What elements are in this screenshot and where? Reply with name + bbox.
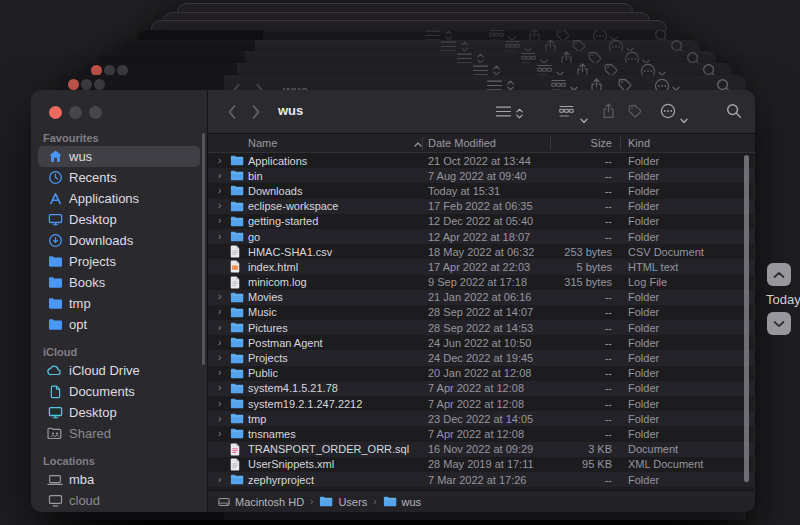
more-chevron-icon[interactable] <box>680 110 688 128</box>
folder-icon <box>230 170 248 181</box>
search-icon[interactable] <box>726 103 742 123</box>
column-size[interactable]: Size <box>548 137 612 149</box>
sidebar-scrollbar[interactable] <box>202 133 205 365</box>
column-kind[interactable]: Kind <box>628 137 755 149</box>
file-row-getting-started[interactable]: ›getting-started12 Dec 2022 at 05:40--Fo… <box>208 214 755 229</box>
file-size: 315 bytes <box>548 276 612 288</box>
sidebar-item-documents[interactable]: Documents <box>38 381 200 402</box>
file-row-go[interactable]: ›go12 Apr 2022 at 18:07--Folder <box>208 229 755 244</box>
disclosure-chevron-icon[interactable]: › <box>216 368 230 378</box>
more-actions-icon[interactable] <box>660 103 676 123</box>
file-row-transport-order-orr-sql[interactable]: TRANSPORT_ORDER_ORR.sql16 Nov 2022 at 09… <box>208 442 755 457</box>
file-row-music[interactable]: ›Music28 Sep 2022 at 14:07--Folder <box>208 305 755 320</box>
disclosure-chevron-icon[interactable]: › <box>216 429 230 439</box>
file-row-zephyrproject[interactable]: ›zephyrproject7 Mar 2022 at 17:26--Folde… <box>208 472 755 487</box>
file-date-modified: 9 Sep 2022 at 17:18 <box>428 276 548 288</box>
finder-window: FavouriteswusRecentsApplicationsDesktopD… <box>31 90 755 512</box>
file-row-minicom-log[interactable]: minicom.log9 Sep 2022 at 17:18315 bytesL… <box>208 275 755 290</box>
file-row-system19-2-1-247-2212[interactable]: ›system19.2.1.247.22127 Apr 2022 at 12:0… <box>208 396 755 411</box>
sidebar-item-tmp[interactable]: tmp <box>38 293 200 314</box>
path-item-macintosh-hd[interactable]: Macintosh HD <box>218 496 304 508</box>
file-row-pictures[interactable]: ›Pictures28 Sep 2022 at 14:53--Folder <box>208 320 755 335</box>
column-divider[interactable] <box>422 137 423 150</box>
sidebar-item-books[interactable]: Books <box>38 272 200 293</box>
disclosure-chevron-icon[interactable]: › <box>216 383 230 393</box>
file-name: system19.2.1.247.2212 <box>248 398 428 410</box>
sidebar-item-cloud[interactable]: cloud <box>38 490 200 511</box>
sidebar-item-shared[interactable]: Shared <box>38 423 200 444</box>
file-row-index-html[interactable]: index.html17 Apr 2022 at 22:035 bytesHTM… <box>208 259 755 274</box>
sidebar-item-wus[interactable]: wus <box>38 146 200 167</box>
file-row-tmp[interactable]: ›tmp23 Dec 2022 at 14:05--Folder <box>208 411 755 426</box>
tag-icon[interactable] <box>628 104 642 122</box>
download-icon <box>43 233 67 248</box>
list-scrollbar[interactable] <box>744 155 749 482</box>
disclosure-chevron-icon[interactable]: › <box>216 232 230 242</box>
disclosure-chevron-icon[interactable]: › <box>216 414 230 424</box>
zoom-button[interactable] <box>89 106 102 119</box>
disclosure-chevron-icon[interactable]: › <box>216 171 230 181</box>
file-row-bin[interactable]: ›bin7 Aug 2022 at 09:40--Folder <box>208 168 755 183</box>
sidebar-item-icloud-drive[interactable]: iCloud Drive <box>38 360 200 381</box>
sidebar-item-desktop[interactable]: Desktop <box>38 209 200 230</box>
file-row-applications[interactable]: ›Applications21 Oct 2022 at 13:44--Folde… <box>208 153 755 168</box>
file-row-hmac-sha1-csv[interactable]: HMAC-SHA1.csv18 May 2022 at 06:32253 byt… <box>208 244 755 259</box>
file-size: -- <box>548 185 612 197</box>
sidebar-item-opt[interactable]: opt <box>38 314 200 335</box>
minimize-button[interactable] <box>69 106 82 119</box>
group-by-icon[interactable] <box>558 104 575 122</box>
file-name: zephyrproject <box>248 474 428 486</box>
file-row-eclipse-workspace[interactable]: ›eclipse-workspace17 Feb 2022 at 06:35--… <box>208 199 755 214</box>
column-divider[interactable] <box>550 137 551 150</box>
file-row-usersnippets-xml[interactable]: UserSnippets.xml28 May 2019 at 17:1195 K… <box>208 457 755 472</box>
window-content: wus Name Date Modified Size <box>208 90 755 512</box>
close-button[interactable] <box>49 106 62 119</box>
file-row-postman-agent[interactable]: ›Postman Agent24 Jun 2022 at 10:50--Fold… <box>208 335 755 350</box>
sidebar-item-downloads[interactable]: Downloads <box>38 230 200 251</box>
path-item-wus[interactable]: wus <box>383 496 422 508</box>
disclosure-chevron-icon[interactable]: › <box>216 201 230 211</box>
file-date-modified: 24 Dec 2022 at 19:45 <box>428 352 548 364</box>
desktop-icon <box>43 212 67 227</box>
disclosure-chevron-icon[interactable]: › <box>216 338 230 348</box>
view-updown-icon[interactable] <box>515 106 524 124</box>
folder-icon <box>43 276 67 289</box>
disclosure-chevron-icon[interactable]: › <box>216 156 230 166</box>
disclosure-chevron-icon[interactable]: › <box>216 216 230 226</box>
back-button[interactable] <box>228 105 236 123</box>
folder-icon <box>230 322 248 333</box>
disclosure-chevron-icon[interactable]: › <box>216 307 230 317</box>
sidebar-item-projects[interactable]: Projects <box>38 251 200 272</box>
column-divider[interactable] <box>620 137 621 150</box>
file-row-system4-1-5-21-78[interactable]: ›system4.1.5.21.787 Apr 2022 at 12:08--F… <box>208 381 755 396</box>
file-row-tnsnames[interactable]: ›tnsnames7 Apr 2022 at 12:08--Folder <box>208 426 755 441</box>
column-date-modified[interactable]: Date Modified <box>428 137 548 149</box>
forward-button[interactable] <box>252 105 260 123</box>
sidebar-item-label: Shared <box>67 426 111 441</box>
disclosure-chevron-icon[interactable]: › <box>216 323 230 333</box>
list-view-icon[interactable] <box>495 104 512 122</box>
file-row-downloads[interactable]: ›DownloadsToday at 15:31--Folder <box>208 183 755 198</box>
section-title-favourites: Favourites <box>31 131 207 146</box>
disclosure-chevron-icon[interactable]: › <box>216 399 230 409</box>
group-chevron-icon[interactable] <box>580 110 588 128</box>
sidebar-item-desktop[interactable]: Desktop <box>38 402 200 423</box>
scroll-up-button[interactable] <box>767 263 791 286</box>
sidebar-item-recents[interactable]: Recents <box>38 167 200 188</box>
folder-icon <box>230 231 248 242</box>
folder-icon <box>230 474 248 485</box>
disclosure-chevron-icon[interactable]: › <box>216 292 230 302</box>
share-icon[interactable] <box>602 103 615 123</box>
scroll-down-button[interactable] <box>767 312 791 335</box>
file-row-projects[interactable]: ›Projects24 Dec 2022 at 19:45--Folder <box>208 350 755 365</box>
sidebar: FavouriteswusRecentsApplicationsDesktopD… <box>31 90 208 512</box>
column-name[interactable]: Name <box>248 137 428 149</box>
file-row-public[interactable]: ›Public20 Jan 2022 at 12:08--Folder <box>208 366 755 381</box>
file-row-movies[interactable]: ›Movies21 Jan 2022 at 06:16--Folder <box>208 290 755 305</box>
sidebar-item-applications[interactable]: Applications <box>38 188 200 209</box>
path-item-users[interactable]: Users <box>319 496 367 508</box>
sidebar-item-mba[interactable]: mba <box>38 469 200 490</box>
disclosure-chevron-icon[interactable]: › <box>216 353 230 363</box>
disclosure-chevron-icon[interactable]: › <box>216 475 230 485</box>
disclosure-chevron-icon[interactable]: › <box>216 186 230 196</box>
